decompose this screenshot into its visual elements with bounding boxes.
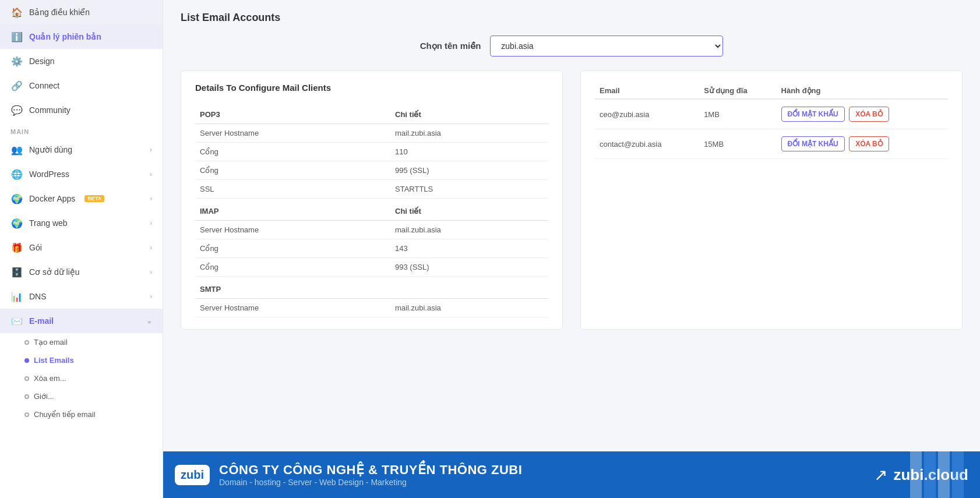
dns-icon: 📊 (10, 290, 23, 303)
sidebar-subitem-label: Giới... (34, 392, 54, 401)
content-area: List Email Accounts Chọn tên miền zubi.a… (163, 0, 980, 498)
chevron-right-icon: › (150, 292, 152, 301)
table-row: Server Hostname mail.zubi.asia (195, 221, 548, 239)
sidebar-subitem-label: Chuyển tiếp email (34, 410, 96, 419)
smtp-label: SMTP (195, 277, 390, 299)
table-row: contact@zubi.asia 15MB ĐỔI MẬT KHẨU XÓA … (595, 129, 948, 159)
sidebar-item-bang-dieu-khien[interactable]: 🏠 Bảng điều khiển (0, 0, 163, 24)
sidebar-item-community[interactable]: 💬 Community (0, 98, 163, 122)
banner-stripes (910, 451, 980, 498)
dashboard-icon: 🏠 (10, 6, 23, 19)
delete-button-2[interactable]: XÓA BỎ (849, 136, 889, 151)
sidebar-subitem-tao-email[interactable]: Tạo email (0, 333, 163, 351)
sidebar-item-trang-web[interactable]: 🌍 Trang web › (0, 211, 163, 235)
sidebar-item-label: Community (29, 105, 70, 115)
email-accounts-panel: Email Sử dụng đĩa Hành động ceo@zubi.asi… (580, 70, 963, 330)
chevron-down-icon: ⌄ (146, 317, 152, 325)
connect-icon: 🔗 (10, 79, 23, 92)
table-row: Cổng 143 (195, 239, 548, 258)
sidebar-subitem-xoa-email[interactable]: Xóa em... (0, 369, 163, 387)
sidebar-item-connect[interactable]: 🔗 Connect (0, 73, 163, 98)
accounts-table-header: Email Sử dụng đĩa Hành động (595, 83, 948, 99)
change-password-button-1[interactable]: ĐỔI MẬT KHẨU (781, 107, 845, 122)
delete-button-1[interactable]: XÓA BỎ (849, 107, 889, 122)
community-icon: 💬 (10, 104, 23, 116)
chevron-right-icon: › (150, 170, 152, 178)
imap-label: IMAP (195, 199, 390, 221)
sidebar-item-label: Trang web (29, 218, 68, 228)
cell-key: Cổng (195, 239, 390, 258)
package-icon: 🎁 (10, 241, 23, 254)
banner-text-block: CÔNG TY CÔNG NGHỆ & TRUYỀN THÔNG ZUBI Do… (219, 462, 522, 487)
sidebar-item-quan-ly-phien-ban[interactable]: ℹ️ Quản lý phiên bản (0, 24, 163, 49)
chevron-right-icon: › (150, 243, 152, 252)
sidebar-item-goi[interactable]: 🎁 Gói › (0, 235, 163, 260)
main-content: List Email Accounts Chọn tên miền zubi.a… (163, 0, 980, 498)
info-icon: ℹ️ (10, 30, 23, 43)
email-cell: contact@zubi.asia (595, 129, 699, 159)
sidebar-subitem-list-emails[interactable]: List Emails (0, 351, 163, 369)
dot-icon (24, 376, 29, 381)
users-icon: 👥 (10, 143, 23, 156)
change-password-button-2[interactable]: ĐỔI MẬT KHẨU (781, 136, 845, 151)
mail-config-panel: Details To Configure Mail Clients POP3 C… (181, 70, 563, 330)
dot-icon (24, 358, 29, 363)
domain-label: Chọn tên miền (420, 41, 481, 51)
table-row: Cổng 993 (SSL) (195, 258, 548, 277)
domain-selector-row: Chọn tên miền zubi.asia (181, 36, 963, 56)
sidebar-item-nguoi-dung[interactable]: 👥 Người dùng › (0, 137, 163, 162)
cell-key: SSL (195, 180, 390, 199)
database-icon: 🗄️ (10, 266, 23, 278)
cell-value: mail.zubi.asia (390, 221, 548, 239)
sidebar-item-label: Gói (29, 243, 42, 252)
two-col-layout: Details To Configure Mail Clients POP3 C… (181, 70, 963, 330)
sidebar-item-email[interactable]: ✉️ E-mail ⌄ (0, 309, 163, 333)
sidebar-item-label: Quản lý phiên bản (29, 32, 101, 41)
chevron-right-icon: › (150, 219, 152, 227)
sidebar-item-design[interactable]: ⚙️ Design (0, 49, 163, 73)
email-icon: ✉️ (10, 315, 23, 327)
table-row: Server Hostname mail.zubi.asia (195, 299, 548, 317)
sidebar-subitem-chuyen-tiep[interactable]: Chuyển tiếp email (0, 405, 163, 423)
sidebar-item-label: Cơ sở dữ liệu (29, 267, 80, 277)
wordpress-icon: 🌐 (10, 168, 23, 181)
sidebar-item-co-so-du-lieu[interactable]: 🗄️ Cơ sở dữ liệu › (0, 260, 163, 284)
docker-icon: 🌍 (10, 192, 23, 205)
pop3-header: POP3 Chi tiết (195, 102, 548, 124)
chevron-right-icon: › (150, 195, 152, 203)
banner: zubi CÔNG TY CÔNG NGHỆ & TRUYỀN THÔNG ZU… (163, 451, 980, 498)
sidebar-item-wordpress[interactable]: 🌐 WordPress › (0, 162, 163, 186)
sidebar-item-docker-apps[interactable]: 🌍 Docker Apps BETA › (0, 186, 163, 211)
cell-value: 143 (390, 239, 548, 258)
sidebar-item-label: Bảng điều khiển (29, 8, 90, 17)
main-section-label: MAIN (0, 122, 163, 137)
domain-select[interactable]: zubi.asia (490, 36, 723, 56)
cell-value: mail.zubi.asia (390, 299, 548, 317)
website-icon: 🌍 (10, 217, 23, 229)
cell-value: 110 (390, 143, 548, 161)
table-row: ceo@zubi.asia 1MB ĐỔI MẬT KHẨU XÓA BỎ (595, 99, 948, 129)
chevron-right-icon: › (150, 146, 152, 154)
cell-value: mail.zubi.asia (390, 124, 548, 143)
dot-icon (24, 394, 29, 399)
dot-icon (24, 412, 29, 417)
table-row: SSL STARTTLS (195, 180, 548, 199)
mail-config-title: Details To Configure Mail Clients (195, 83, 548, 93)
imap-detail-label: Chi tiết (390, 199, 548, 221)
sidebar-subitem-gioi[interactable]: Giới... (0, 387, 163, 405)
sidebar-item-dns[interactable]: 📊 DNS › (0, 284, 163, 309)
cell-value: 993 (SSL) (390, 258, 548, 277)
banner-main-text: CÔNG TY CÔNG NGHỆ & TRUYỀN THÔNG ZUBI (219, 462, 522, 478)
cell-key: Cổng (195, 258, 390, 277)
design-icon: ⚙️ (10, 55, 23, 68)
beta-badge: BETA (84, 195, 104, 202)
cell-value: 995 (SSL) (390, 161, 548, 180)
sidebar-item-label: E-mail (29, 316, 54, 326)
action-cell: ĐỔI MẬT KHẨU XÓA BỎ (777, 129, 948, 159)
sidebar-subitem-label: Tạo email (34, 338, 68, 347)
pop3-label: POP3 (195, 102, 390, 124)
smtp-detail-label (390, 277, 548, 299)
col-disk: Sử dụng đĩa (699, 83, 776, 99)
cell-key: Cổng (195, 161, 390, 180)
chevron-right-icon: › (150, 268, 152, 276)
